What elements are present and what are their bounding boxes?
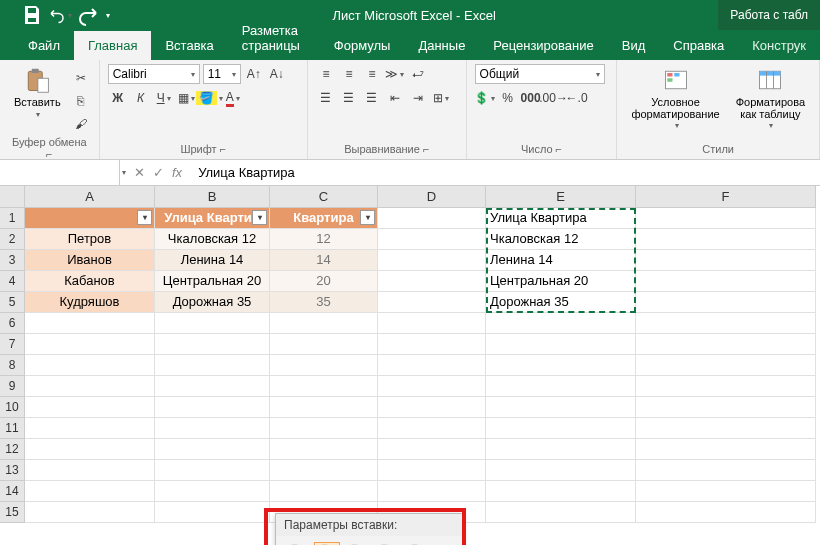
cell[interactable] xyxy=(270,376,378,397)
cell[interactable]: Дорожная 35 xyxy=(486,292,636,313)
cell[interactable] xyxy=(636,313,816,334)
cell[interactable] xyxy=(486,460,636,481)
col-header-d[interactable]: D xyxy=(378,186,486,208)
merge-cells-icon[interactable]: ⊞▾ xyxy=(431,88,451,108)
cell[interactable] xyxy=(378,229,486,250)
cell[interactable] xyxy=(25,376,155,397)
row-header[interactable]: 2 xyxy=(0,229,25,250)
cell[interactable]: Центральная 20 xyxy=(155,271,270,292)
filter-dropdown-icon[interactable]: ▾ xyxy=(360,210,375,225)
cell[interactable] xyxy=(486,376,636,397)
cell[interactable] xyxy=(486,313,636,334)
cell[interactable] xyxy=(25,355,155,376)
cell[interactable] xyxy=(378,460,486,481)
col-header-e[interactable]: E xyxy=(486,186,636,208)
cell[interactable] xyxy=(636,271,816,292)
row-header[interactable]: 10 xyxy=(0,397,25,418)
enter-formula-icon[interactable]: ✓ xyxy=(153,165,164,180)
tab-file[interactable]: Файл xyxy=(14,31,74,60)
name-box[interactable] xyxy=(0,160,120,185)
copy-icon[interactable]: ⎘ xyxy=(71,91,91,111)
cell[interactable] xyxy=(636,397,816,418)
decrease-font-icon[interactable]: A↓ xyxy=(267,64,287,84)
align-middle-icon[interactable]: ≡ xyxy=(339,64,359,84)
cell[interactable]: 20 xyxy=(270,271,378,292)
cell[interactable] xyxy=(636,376,816,397)
wrap-text-icon[interactable]: ⮐ xyxy=(408,64,428,84)
decrease-decimal-icon[interactable]: ←.0 xyxy=(567,88,587,108)
increase-indent-icon[interactable]: ⇥ xyxy=(408,88,428,108)
align-top-icon[interactable]: ≡ xyxy=(316,64,336,84)
borders-button[interactable]: ▦▾ xyxy=(177,88,197,108)
cell[interactable] xyxy=(378,418,486,439)
cell[interactable] xyxy=(25,334,155,355)
cell[interactable]: Центральная 20 xyxy=(486,271,636,292)
cell[interactable] xyxy=(155,397,270,418)
align-left-icon[interactable]: ☰ xyxy=(316,88,336,108)
tab-layout[interactable]: Разметка страницы xyxy=(228,16,320,60)
row-header[interactable]: 15 xyxy=(0,502,25,523)
increase-font-icon[interactable]: A↑ xyxy=(244,64,264,84)
tab-view[interactable]: Вид xyxy=(608,31,660,60)
tab-review[interactable]: Рецензирование xyxy=(479,31,607,60)
save-icon[interactable] xyxy=(20,3,44,27)
filter-dropdown-icon[interactable]: ▾ xyxy=(137,210,152,225)
cell[interactable] xyxy=(486,439,636,460)
row-header[interactable]: 4 xyxy=(0,271,25,292)
number-format-combo[interactable]: Общий▾ xyxy=(475,64,605,84)
row-header[interactable]: 7 xyxy=(0,334,25,355)
cell[interactable] xyxy=(25,502,155,523)
cell[interactable] xyxy=(155,376,270,397)
cell[interactable] xyxy=(378,334,486,355)
filter-dropdown-icon[interactable]: ▾ xyxy=(252,210,267,225)
cell[interactable]: Кудряшов xyxy=(25,292,155,313)
cell[interactable] xyxy=(270,355,378,376)
fill-color-button[interactable]: 🪣▾ xyxy=(200,88,220,108)
cell[interactable]: Улица Квартира xyxy=(486,208,636,229)
tab-data[interactable]: Данные xyxy=(404,31,479,60)
italic-button[interactable]: К xyxy=(131,88,151,108)
cell[interactable] xyxy=(270,481,378,502)
cell[interactable] xyxy=(378,313,486,334)
cell[interactable] xyxy=(155,313,270,334)
cell[interactable]: ▾ xyxy=(25,208,155,229)
format-as-table-button[interactable]: Форматирова как таблицу▾ xyxy=(730,64,811,141)
col-header-f[interactable]: F xyxy=(636,186,816,208)
cell[interactable]: Ленина 14 xyxy=(486,250,636,271)
format-painter-icon[interactable]: 🖌 xyxy=(71,114,91,134)
cell[interactable]: 35 xyxy=(270,292,378,313)
cell[interactable]: Ленина 14 xyxy=(155,250,270,271)
cell[interactable] xyxy=(25,439,155,460)
cell[interactable] xyxy=(636,229,816,250)
cell[interactable] xyxy=(378,355,486,376)
orientation-icon[interactable]: ≫▾ xyxy=(385,64,405,84)
font-size-combo[interactable]: 11▾ xyxy=(203,64,241,84)
cell[interactable] xyxy=(378,376,486,397)
cell[interactable] xyxy=(378,292,486,313)
cell[interactable] xyxy=(155,439,270,460)
row-header[interactable]: 13 xyxy=(0,460,25,481)
align-right-icon[interactable]: ☰ xyxy=(362,88,382,108)
cancel-formula-icon[interactable]: ✕ xyxy=(134,165,145,180)
paste-button[interactable]: Вставить ▾ xyxy=(8,64,67,134)
cell[interactable] xyxy=(155,334,270,355)
cell[interactable] xyxy=(25,460,155,481)
cell[interactable]: 14 xyxy=(270,250,378,271)
cell[interactable] xyxy=(270,439,378,460)
cell[interactable] xyxy=(378,250,486,271)
cell[interactable] xyxy=(378,439,486,460)
cell[interactable] xyxy=(636,292,816,313)
cell[interactable] xyxy=(270,397,378,418)
cell[interactable]: Дорожная 35 xyxy=(155,292,270,313)
row-header[interactable]: 14 xyxy=(0,481,25,502)
currency-icon[interactable]: 💲▾ xyxy=(475,88,495,108)
col-header-c[interactable]: C xyxy=(270,186,378,208)
col-header-b[interactable]: B xyxy=(155,186,270,208)
cell[interactable] xyxy=(636,334,816,355)
cell[interactable] xyxy=(486,355,636,376)
cell[interactable] xyxy=(636,208,816,229)
cell[interactable] xyxy=(25,418,155,439)
cell[interactable] xyxy=(636,355,816,376)
row-header[interactable]: 3 xyxy=(0,250,25,271)
row-header[interactable]: 8 xyxy=(0,355,25,376)
